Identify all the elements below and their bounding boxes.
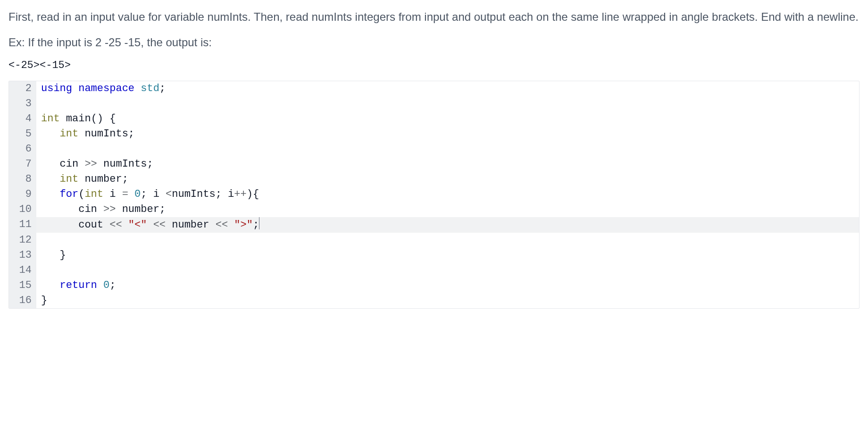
code-token: numInts	[172, 188, 215, 200]
code-token: ;	[141, 188, 147, 200]
code-token: numInts	[84, 128, 128, 140]
code-token: ;	[216, 188, 222, 200]
code-token: int	[84, 188, 103, 200]
code-token: }	[60, 249, 66, 261]
code-token: main	[66, 113, 91, 125]
code-token: ++	[234, 188, 246, 200]
example-label: Ex: If the input is 2 -25 -15, the outpu…	[8, 34, 860, 51]
line-number: 16	[9, 293, 36, 308]
code-row[interactable]: 7 cin >> numInts;	[9, 157, 859, 172]
code-token: ;	[159, 83, 166, 94]
code-line[interactable]: return 0;	[36, 278, 859, 293]
code-line[interactable]	[36, 96, 859, 111]
code-line[interactable]	[36, 263, 859, 278]
line-number: 8	[9, 172, 36, 187]
line-number: 6	[9, 142, 36, 157]
code-token: number	[84, 173, 122, 185]
line-number: 5	[9, 127, 36, 142]
code-token	[128, 188, 134, 200]
code-token	[41, 219, 78, 231]
code-token: numInts	[103, 158, 147, 170]
code-token: ;	[128, 128, 134, 140]
line-number: 14	[9, 263, 36, 278]
code-token	[41, 203, 78, 215]
code-token: ;	[253, 219, 259, 231]
code-line[interactable]: int numInts;	[36, 127, 859, 142]
code-row[interactable]: 13 }	[9, 248, 859, 263]
code-line[interactable]: }	[36, 293, 859, 308]
code-row[interactable]: 16}	[9, 293, 859, 308]
line-number: 4	[9, 111, 36, 127]
code-token: ;	[159, 203, 166, 215]
code-row[interactable]: 14	[9, 263, 859, 278]
code-row[interactable]: 8 int number;	[9, 172, 859, 187]
code-token: {	[253, 188, 259, 200]
code-token: ">"	[234, 219, 253, 231]
code-token	[103, 113, 109, 125]
code-line[interactable]: int number;	[36, 172, 859, 187]
code-line[interactable]: int main() {	[36, 111, 859, 127]
code-token: ;	[122, 173, 128, 185]
code-row[interactable]: 3	[9, 96, 859, 111]
code-row[interactable]: 15 return 0;	[9, 278, 859, 293]
code-token	[41, 158, 60, 170]
code-line[interactable]: }	[36, 248, 859, 263]
code-line[interactable]: cin >> numInts;	[36, 157, 859, 172]
code-token	[60, 113, 66, 125]
line-number: 2	[9, 81, 36, 96]
example-output: <-25><-15>	[8, 59, 860, 71]
code-editor[interactable]: 2using namespace std;34int main() {5 int…	[8, 81, 860, 309]
code-token: std	[141, 83, 159, 94]
code-token	[41, 128, 60, 140]
code-token	[103, 219, 109, 231]
question-prompt: First, read in an input value for variab…	[8, 8, 860, 25]
line-number: 13	[9, 248, 36, 263]
code-token: cin	[78, 203, 97, 215]
code-token	[134, 83, 141, 94]
code-line[interactable]: using namespace std;	[36, 81, 859, 96]
code-token	[41, 279, 60, 291]
code-line[interactable]: cin >> number;	[36, 202, 859, 217]
code-token: >>	[84, 158, 97, 170]
code-token: <	[166, 188, 172, 200]
code-token: i	[228, 188, 234, 200]
code-token: cout	[78, 219, 103, 231]
code-row[interactable]: 10 cin >> number;	[9, 202, 859, 217]
code-token: >>	[103, 203, 116, 215]
code-row[interactable]: 11 cout << "<" << number << ">";	[9, 217, 859, 233]
code-token: <<	[216, 219, 228, 231]
code-token: "<"	[128, 219, 147, 231]
code-token: {	[109, 113, 116, 125]
code-row[interactable]: 9 for(int i = 0; i <numInts; i++){	[9, 187, 859, 202]
code-line[interactable]	[36, 233, 859, 248]
question-page: First, read in an input value for variab…	[0, 0, 868, 323]
code-token: i	[109, 188, 116, 200]
code-row[interactable]: 6	[9, 142, 859, 157]
code-token	[147, 188, 153, 200]
code-token: cin	[60, 158, 79, 170]
code-token: number	[172, 219, 209, 231]
code-token	[97, 203, 103, 215]
code-token: int	[60, 173, 79, 185]
code-row[interactable]: 2using namespace std;	[9, 81, 859, 96]
code-token	[41, 188, 60, 200]
text-cursor	[259, 217, 259, 229]
code-token	[228, 219, 234, 231]
code-line[interactable]: cout << "<" << number << ">";	[36, 217, 859, 233]
code-row[interactable]: 5 int numInts;	[9, 127, 859, 142]
code-token	[41, 173, 60, 185]
code-token	[78, 158, 84, 170]
code-row[interactable]: 12	[9, 233, 859, 248]
code-token: }	[41, 295, 47, 306]
code-row[interactable]: 4int main() {	[9, 111, 859, 127]
code-token	[159, 188, 166, 200]
line-number: 12	[9, 233, 36, 248]
code-line[interactable]	[36, 142, 859, 157]
code-token: number	[122, 203, 159, 215]
code-line[interactable]: for(int i = 0; i <numInts; i++){	[36, 187, 859, 202]
code-token: int	[41, 113, 60, 125]
code-token	[147, 219, 153, 231]
code-token: <<	[109, 219, 122, 231]
code-token	[72, 83, 78, 94]
code-token	[103, 188, 109, 200]
